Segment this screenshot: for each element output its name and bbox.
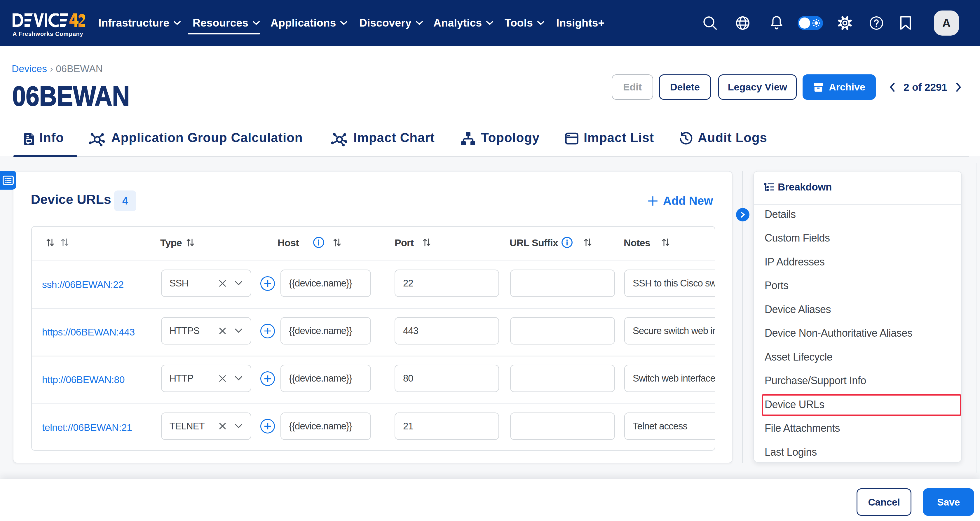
svg-text:A Freshworks Company: A Freshworks Company (13, 31, 83, 37)
